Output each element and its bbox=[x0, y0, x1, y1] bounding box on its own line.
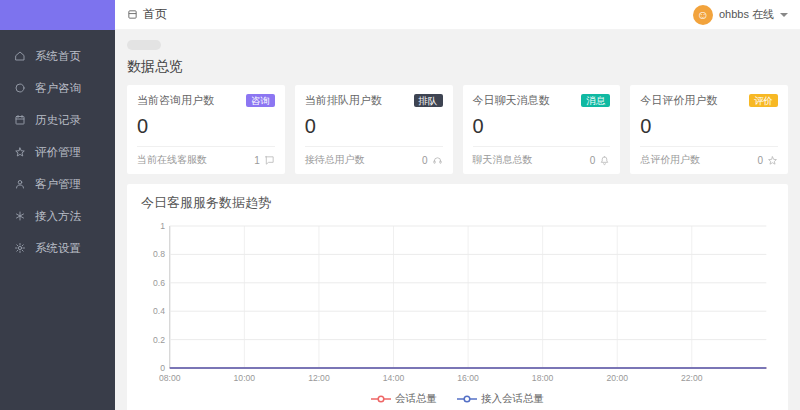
status-badge: 咨询 bbox=[246, 94, 275, 108]
stat-card-footer-value: 0 bbox=[422, 155, 428, 166]
chat-circle-icon bbox=[14, 82, 26, 94]
user-icon bbox=[14, 178, 26, 190]
status-badge: 排队 bbox=[414, 94, 443, 108]
stat-card-label: 当前咨询用户数 bbox=[137, 93, 214, 108]
svg-text:08:00: 08:00 bbox=[159, 373, 181, 383]
sidebar-logo bbox=[0, 0, 115, 30]
svg-text:12:00: 12:00 bbox=[308, 373, 330, 383]
legend-item[interactable]: 会话总量 bbox=[371, 392, 437, 406]
sidebar-item-label: 客户管理 bbox=[35, 177, 81, 192]
sidebar-item-customers[interactable]: 客户管理 bbox=[0, 168, 115, 200]
stat-card-footer-value: 1 bbox=[254, 155, 260, 166]
sidebar-nav: 系统首页 客户咨询 历史记录 评价管理 客户管理 接入方法 系统设置 bbox=[0, 30, 115, 264]
gear-icon bbox=[14, 242, 26, 254]
plug-icon bbox=[14, 210, 26, 222]
breadcrumb-tag bbox=[127, 40, 161, 50]
stat-card-value: 0 bbox=[640, 115, 778, 138]
stat-card-label: 今日评价用户数 bbox=[640, 93, 717, 108]
stat-card-queue: 当前排队用户数 排队 0 接待总用户数 0 bbox=[295, 85, 453, 174]
main-content: 数据总览 当前咨询用户数 咨询 0 当前在线客服数 1 当前排队用户数 排队 bbox=[115, 30, 800, 410]
stat-card-footer-value: 0 bbox=[590, 155, 596, 166]
svg-text:22:00: 22:00 bbox=[681, 373, 703, 383]
svg-text:10:00: 10:00 bbox=[234, 373, 256, 383]
legend-item[interactable]: 接入会话总量 bbox=[457, 392, 544, 406]
stat-card-footer-label: 总评价用户数 bbox=[640, 153, 700, 167]
trend-chart-card: 今日客服服务数据趋势 08:0010:0012:0014:0016:0018:0… bbox=[127, 184, 788, 410]
caret-down-icon bbox=[780, 13, 788, 17]
status-badge: 消息 bbox=[581, 94, 610, 108]
stat-card-value: 0 bbox=[473, 115, 611, 138]
star-icon bbox=[14, 146, 26, 158]
legend-label: 会话总量 bbox=[395, 392, 437, 406]
user-menu[interactable]: ☺ ohbbs 在线 bbox=[693, 5, 788, 25]
svg-text:0.8: 0.8 bbox=[153, 249, 165, 259]
svg-text:14:00: 14:00 bbox=[383, 373, 405, 383]
sidebar-item-label: 系统设置 bbox=[35, 241, 81, 256]
history-icon bbox=[14, 114, 26, 126]
stat-card-footer-label: 聊天消息总数 bbox=[473, 153, 533, 167]
svg-text:1: 1 bbox=[160, 221, 165, 231]
home-tab[interactable]: 首页 bbox=[127, 6, 167, 23]
stat-card-label: 当前排队用户数 bbox=[305, 93, 382, 108]
user-name: ohbbs 在线 bbox=[719, 7, 774, 22]
home-tab-label: 首页 bbox=[143, 6, 167, 23]
sidebar-item-access[interactable]: 接入方法 bbox=[0, 200, 115, 232]
home-tab-icon bbox=[127, 9, 138, 20]
legend-marker-icon bbox=[371, 395, 391, 403]
sidebar-item-home[interactable]: 系统首页 bbox=[0, 40, 115, 72]
legend-label: 接入会话总量 bbox=[481, 392, 544, 406]
svg-text:0.2: 0.2 bbox=[153, 334, 165, 344]
overview-title: 数据总览 bbox=[127, 58, 788, 76]
svg-text:18:00: 18:00 bbox=[532, 373, 554, 383]
status-badge: 评价 bbox=[749, 94, 778, 108]
topbar: 首页 ☺ ohbbs 在线 bbox=[115, 0, 800, 30]
sidebar-item-review[interactable]: 评价管理 bbox=[0, 136, 115, 168]
svg-text:0.6: 0.6 bbox=[153, 278, 165, 288]
stat-card-footer-label: 接待总用户数 bbox=[305, 153, 365, 167]
chart-legend: 会话总量接入会话总量 bbox=[141, 390, 774, 410]
svg-text:0.4: 0.4 bbox=[153, 306, 165, 316]
sidebar-item-settings[interactable]: 系统设置 bbox=[0, 232, 115, 264]
sidebar-item-consult[interactable]: 客户咨询 bbox=[0, 72, 115, 104]
sidebar-item-label: 客户咨询 bbox=[35, 81, 81, 96]
svg-text:16:00: 16:00 bbox=[457, 373, 479, 383]
sidebar-item-history[interactable]: 历史记录 bbox=[0, 104, 115, 136]
stat-card-footer-label: 当前在线客服数 bbox=[137, 153, 207, 167]
stat-card-value: 0 bbox=[305, 115, 443, 138]
avatar: ☺ bbox=[693, 5, 713, 25]
bell-icon bbox=[599, 155, 610, 166]
stat-cards-row: 当前咨询用户数 咨询 0 当前在线客服数 1 当前排队用户数 排队 0 接待总用… bbox=[127, 85, 788, 174]
star-icon bbox=[767, 155, 778, 166]
svg-text:20:00: 20:00 bbox=[606, 373, 628, 383]
sidebar-item-label: 接入方法 bbox=[35, 209, 81, 224]
chart-title: 今日客服服务数据趋势 bbox=[141, 194, 774, 212]
trend-line-chart: 08:0010:0012:0014:0016:0018:0020:0022:00… bbox=[141, 218, 774, 390]
sidebar-item-label: 系统首页 bbox=[35, 49, 81, 64]
stat-card-reviews: 今日评价用户数 评价 0 总评价用户数 0 bbox=[630, 85, 788, 174]
headset-icon bbox=[432, 155, 443, 166]
sidebar-item-label: 历史记录 bbox=[35, 113, 81, 128]
stat-card-value: 0 bbox=[137, 115, 275, 138]
stat-card-messages: 今日聊天消息数 消息 0 聊天消息总数 0 bbox=[463, 85, 621, 174]
sidebar: 系统首页 客户咨询 历史记录 评价管理 客户管理 接入方法 系统设置 bbox=[0, 0, 115, 410]
sidebar-item-label: 评价管理 bbox=[35, 145, 81, 160]
stat-card-consulting: 当前咨询用户数 咨询 0 当前在线客服数 1 bbox=[127, 85, 285, 174]
home-icon bbox=[14, 50, 26, 62]
comment-icon bbox=[264, 155, 275, 166]
stat-card-label: 今日聊天消息数 bbox=[473, 93, 550, 108]
legend-marker-icon bbox=[457, 395, 477, 403]
svg-text:0: 0 bbox=[160, 363, 165, 373]
stat-card-footer-value: 0 bbox=[757, 155, 763, 166]
